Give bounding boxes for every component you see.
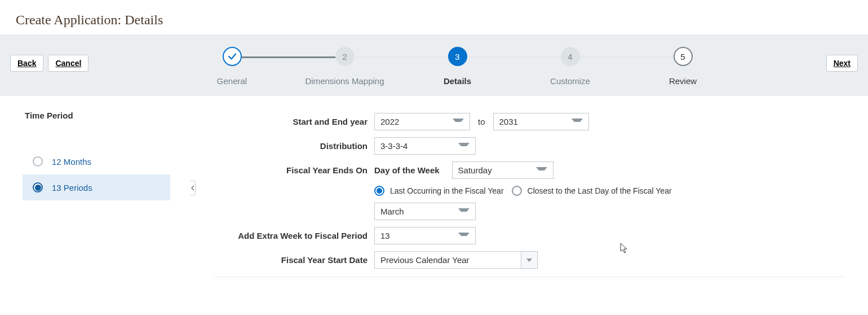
fy-end-month-select[interactable]: March — [374, 203, 476, 220]
step-label: Details — [401, 76, 514, 86]
radio-label: Closest to the Last Day of the Fiscal Ye… — [528, 186, 672, 195]
radio-icon — [374, 186, 384, 196]
chevron-left-icon — [191, 185, 194, 191]
step-customize[interactable]: 4 Customize — [514, 47, 627, 86]
step-general[interactable]: General — [176, 47, 289, 86]
step-number: 3 — [448, 47, 467, 66]
fy-start-date-value: Previous Calendar Year — [374, 251, 521, 269]
form-area: Start and End year 2022 to 2031 Distribu… — [192, 107, 845, 277]
step-label: Review — [627, 76, 739, 86]
step-label: General — [176, 76, 289, 86]
radio-closest-last-day[interactable]: Closest to the Last Day of the Fiscal Ye… — [512, 186, 672, 196]
next-button[interactable]: Next — [826, 55, 858, 72]
page-title: Create Application: Details — [16, 12, 868, 28]
label-day-of-week: Day of the Week — [374, 165, 440, 175]
connector — [580, 56, 674, 58]
connector — [467, 56, 561, 58]
step-label: Dimensions Mapping — [289, 76, 401, 86]
back-button[interactable]: Back — [10, 55, 43, 72]
fy-start-date-select[interactable]: Previous Calendar Year — [374, 251, 538, 269]
start-year-select[interactable]: 2022 — [374, 113, 470, 130]
label-start-end-year: Start and End year — [214, 117, 374, 126]
period-type-sidebar: 12 Months 13 Periods — [23, 148, 170, 200]
radio-icon — [512, 186, 522, 196]
step-review[interactable]: 5 Review — [627, 47, 739, 86]
divider — [214, 277, 845, 277]
content: Time Period 12 Months 13 Periods Start a… — [0, 96, 868, 288]
label-fiscal-year-ends-on: Fiscal Year Ends On — [214, 165, 374, 175]
chevron-down-icon[interactable] — [521, 251, 538, 269]
step-number: 2 — [335, 47, 355, 66]
check-icon — [223, 47, 242, 66]
cancel-button[interactable]: Cancel — [48, 55, 88, 72]
step-details[interactable]: 3 Details — [401, 47, 514, 86]
label-extra-week: Add Extra Week to Fiscal Period — [214, 231, 374, 240]
step-number: 5 — [674, 47, 693, 66]
radio-label: Last Occurring in the Fiscal Year — [390, 186, 504, 195]
section-title: Time Period — [25, 111, 192, 120]
day-of-week-select[interactable]: Saturday — [452, 161, 553, 179]
step-number: 4 — [561, 47, 580, 66]
end-year-select[interactable]: 2031 — [493, 113, 589, 130]
label-distribution: Distribution — [214, 141, 374, 151]
wizard-bar: Back Cancel General 2 Dimensions Mapping… — [0, 34, 868, 96]
to-text: to — [478, 117, 485, 126]
sidebar-item-13-periods[interactable]: 13 Periods — [23, 174, 170, 200]
extra-week-select[interactable]: 13 — [374, 227, 476, 244]
label-fy-start-date: Fiscal Year Start Date — [214, 255, 374, 265]
distribution-select[interactable]: 3-3-3-4 — [374, 137, 476, 155]
sidebar-item-label: 13 Periods — [52, 183, 92, 193]
collapse-handle[interactable] — [191, 181, 196, 195]
step-label: Customize — [514, 76, 627, 86]
radio-icon — [33, 156, 43, 167]
sidebar-item-12-months[interactable]: 12 Months — [23, 148, 170, 174]
step-dimensions-mapping[interactable]: 2 Dimensions Mapping — [289, 47, 401, 86]
wizard-steps: General 2 Dimensions Mapping 3 Details 4… — [88, 47, 826, 86]
radio-icon — [33, 182, 43, 193]
connector — [242, 56, 335, 58]
sidebar-item-label: 12 Months — [52, 157, 91, 167]
radio-last-occurring[interactable]: Last Occurring in the Fiscal Year — [374, 186, 504, 196]
connector — [355, 56, 448, 58]
